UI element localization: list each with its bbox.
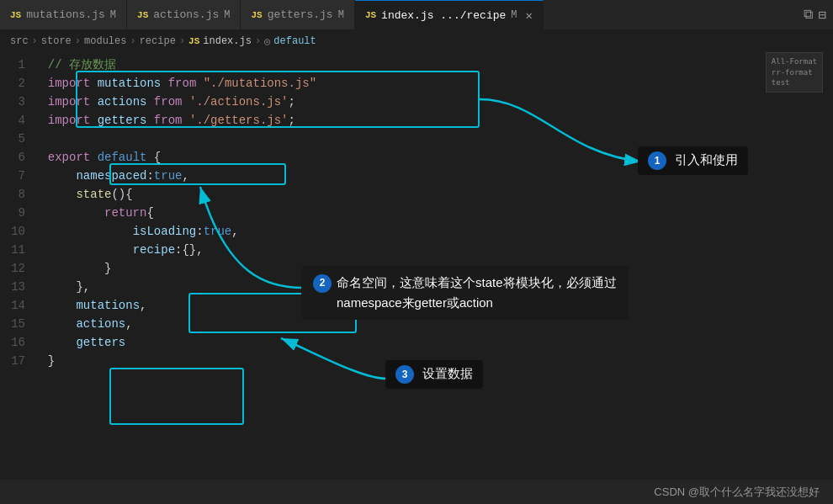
top-right-snippet: All-Formatrr-formattest xyxy=(766,52,823,93)
code-area: 1 2 3 4 5 6 7 8 9 10 11 12 13 14 15 16 1… xyxy=(0,52,833,473)
js-icon-actions: JS xyxy=(137,10,148,20)
callout-namespace: 2命名空间，这意味着这个state将模块化，必须通过 namespace来get… xyxy=(301,266,629,320)
callout-text-3: 设置数据 xyxy=(422,366,473,380)
callout-import: 1 引入和使用 xyxy=(638,146,748,175)
tab-mutations-label: mutations.js xyxy=(26,8,105,21)
breadcrumb-indexjs: index.js xyxy=(203,35,252,47)
line-10: isLoading:true, xyxy=(34,222,833,241)
line-2: import mutations from "./mutations.js" xyxy=(34,74,833,93)
js-icon-mutations: JS xyxy=(10,10,21,20)
line-9: return{ xyxy=(34,204,833,222)
tab-actions-area: ⧉ ⊟ xyxy=(797,0,833,29)
callout-text-2-line1: 命名空间，这意味着这个state将模块化，必须通过 xyxy=(337,275,617,289)
tab-getters[interactable]: JS getters.js M xyxy=(241,0,354,29)
callout-number-1: 1 xyxy=(648,151,666,170)
line-4: import getters from './getters.js'; xyxy=(34,111,833,130)
layout-icon[interactable]: ⊟ xyxy=(818,7,826,24)
code-lines: // 存放数据 import mutations from "./mutatio… xyxy=(34,56,833,473)
callout-number-3: 3 xyxy=(395,365,414,384)
tab-mutations-modified: M xyxy=(110,9,116,21)
breadcrumb-store: store xyxy=(41,35,72,47)
breadcrumb-circle-icon: ◎ xyxy=(264,35,270,48)
line-8: state(){ xyxy=(34,185,833,204)
split-editor-icon[interactable]: ⧉ xyxy=(804,7,813,23)
tab-index-modified: M xyxy=(511,9,517,21)
line-numbers: 1 2 3 4 5 6 7 8 9 10 11 12 13 14 15 16 1… xyxy=(0,56,34,473)
breadcrumb: src › store › modules › recipe › JS inde… xyxy=(0,30,833,52)
callout-number-2: 2 xyxy=(313,274,332,293)
tab-getters-modified: M xyxy=(338,9,344,21)
callout-text-1: 引入和使用 xyxy=(675,152,738,167)
line-5 xyxy=(34,130,833,148)
callout-text-2-line2: namespace来getter或action xyxy=(337,295,493,310)
breadcrumb-js-icon: JS xyxy=(188,36,199,46)
tab-actions-label: actions.js xyxy=(153,8,219,21)
tab-getters-label: getters.js xyxy=(268,8,333,21)
breadcrumb-recipe: recipe xyxy=(140,35,176,47)
tab-index-label: index.js .../recipe xyxy=(381,9,506,22)
tab-actions[interactable]: JS actions.js M xyxy=(127,0,241,29)
line-3: import actions from './actions.js'; xyxy=(34,93,833,111)
line-1: // 存放数据 xyxy=(34,56,833,74)
line-16: getters xyxy=(34,333,833,352)
breadcrumb-src: src xyxy=(10,35,29,47)
tab-close-icon[interactable]: ✕ xyxy=(526,8,533,23)
breadcrumb-default: default xyxy=(273,35,316,47)
callout-setdata: 3 设置数据 xyxy=(385,360,483,389)
bottom-bar-text: CSDN @取个什么名字我还没想好 xyxy=(654,485,820,500)
line-11: recipe:{}, xyxy=(34,241,833,259)
breadcrumb-modules: modules xyxy=(84,35,126,47)
tab-index[interactable]: JS index.js .../recipe M ✕ xyxy=(355,0,544,29)
js-icon-index: JS xyxy=(365,10,376,20)
tab-bar: JS mutations.js M JS actions.js M JS get… xyxy=(0,0,833,30)
js-icon-getters: JS xyxy=(251,10,262,20)
tab-actions-modified: M xyxy=(224,9,230,21)
tab-mutations[interactable]: JS mutations.js M xyxy=(0,0,127,29)
bottom-bar: CSDN @取个什么名字我还没想好 xyxy=(0,479,833,504)
